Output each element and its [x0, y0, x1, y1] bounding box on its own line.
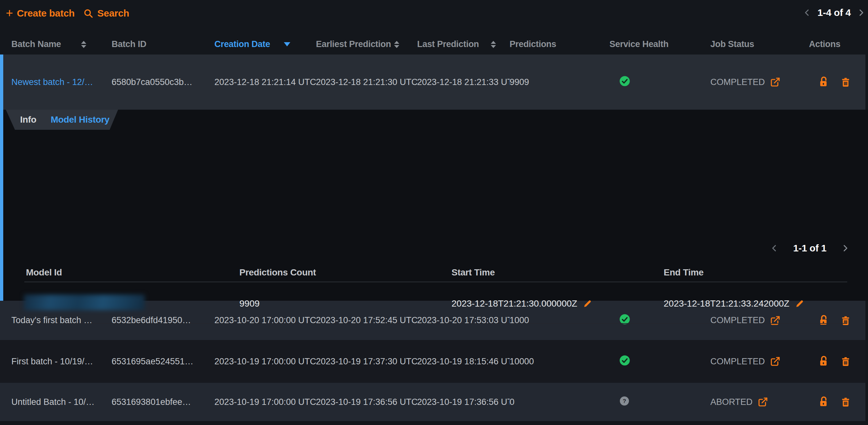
column-header-job-status: Job Status [710, 39, 809, 49]
healthy-check-icon [619, 314, 630, 327]
column-header-actions: Actions [809, 39, 865, 49]
last-prediction-cell: 2023-12-18 21:21:33 UTC [417, 77, 509, 87]
batch-id-cell: 6532be6dfd41950… [112, 315, 214, 325]
start-time-cell: 2023-12-18T21:21:30.000000Z [452, 299, 592, 309]
table-row[interactable]: Untitled Batch - 10/… 6531693801ebfee… 2… [0, 383, 865, 421]
creation-date-cell: 2023-12-18 21:21:14 UTC [214, 77, 316, 87]
selected-row-indicator [0, 55, 3, 301]
start-time-value: 2023-12-18T21:21:30.000000Z [452, 299, 577, 309]
column-header-last-prediction[interactable]: Last Prediction [417, 39, 509, 49]
column-header-earliest-prediction[interactable]: Earliest Prediction [316, 39, 417, 49]
delete-trash-icon[interactable] [840, 315, 851, 326]
earliest-prediction-cell: 2023-12-18 21:21:30 UTC [316, 77, 417, 87]
column-header-batch-name[interactable]: Batch Name [11, 39, 112, 49]
open-job-external-link-icon[interactable] [770, 356, 780, 367]
job-status-label: COMPLETED [710, 77, 765, 87]
predictions-count-header: Predictions Count [239, 267, 316, 278]
table-header: Batch Name Batch ID Creation Date Earlie… [0, 34, 865, 55]
column-header-creation-date[interactable]: Creation Date [214, 39, 316, 49]
actions-cell [809, 315, 865, 326]
next-page-button[interactable] [857, 8, 866, 17]
next-page-button[interactable] [841, 244, 850, 253]
table-row[interactable]: First batch - 10/19/… 6531695ae524551… 2… [0, 340, 865, 383]
column-label: Actions [809, 39, 840, 49]
batch-name-cell[interactable]: First batch - 10/19/… [11, 357, 112, 367]
job-status-cell: COMPLETED [710, 315, 809, 326]
column-label: Service Health [610, 39, 669, 49]
service-health-cell [610, 314, 710, 327]
previous-page-button[interactable] [803, 8, 812, 17]
delete-trash-icon[interactable] [840, 77, 851, 88]
predictions-cell: 10000 [509, 357, 610, 367]
previous-page-button[interactable] [770, 244, 779, 253]
job-status-label: ABORTED [710, 397, 752, 407]
creation-date-cell: 2023-10-19 17:00:00 UTC [214, 357, 316, 367]
service-health-cell [610, 355, 710, 368]
column-header-predictions: Predictions [509, 39, 610, 49]
column-label: Earliest Prediction [316, 39, 391, 49]
job-status-cell: ABORTED [710, 397, 809, 407]
column-header-batch-id: Batch ID [112, 39, 214, 49]
end-time-header: End Time [664, 267, 704, 278]
svg-text:?: ? [623, 398, 626, 404]
earliest-prediction-cell: 2023-10-19 17:36:56 UTC [316, 397, 417, 407]
start-time-header: Start Time [452, 267, 495, 278]
unlock-icon[interactable] [818, 396, 830, 408]
unlock-icon[interactable] [818, 315, 830, 326]
create-batch-button[interactable]: + Create batch [6, 8, 74, 19]
create-batch-label: Create batch [17, 8, 74, 19]
detail-tabs: Info Model History [6, 110, 118, 130]
job-status-cell: COMPLETED [710, 77, 809, 87]
redaction-blur [24, 295, 145, 310]
tab-model-history[interactable]: Model History [51, 115, 109, 125]
last-prediction-cell: 2023-10-20 17:53:03 UTC [417, 315, 509, 325]
delete-trash-icon[interactable] [840, 396, 851, 407]
unlock-icon[interactable] [818, 76, 830, 88]
sort-icon [394, 41, 399, 48]
predictions-count-value: 9909 [239, 299, 259, 309]
sort-icon [491, 41, 496, 48]
batch-name-link[interactable]: Newest batch - 12/… [11, 77, 93, 87]
open-job-external-link-icon[interactable] [770, 315, 780, 326]
divider [24, 323, 847, 324]
batch-id-cell: 6580b7ca0550c3b… [112, 77, 214, 87]
healthy-check-icon [619, 355, 630, 368]
batch-id-cell: 6531695ae524551… [112, 357, 214, 367]
service-health-cell [610, 75, 710, 89]
sort-desc-icon [284, 42, 290, 47]
model-id-link-redacted[interactable] [24, 295, 145, 310]
creation-date-cell: 2023-10-19 17:00:00 UTC [214, 397, 316, 407]
search-button[interactable]: Search [83, 8, 129, 19]
batches-page: + Create batch Search 1-4 of 4 Batch Nam… [0, 0, 868, 425]
edit-end-time-pencil-icon[interactable] [795, 299, 804, 308]
unlock-icon[interactable] [818, 356, 830, 367]
delete-trash-icon[interactable] [840, 356, 851, 367]
table-row[interactable]: Newest batch - 12/… 6580b7ca0550c3b… 202… [0, 55, 865, 110]
job-status-cell: COMPLETED [710, 356, 809, 367]
divider [24, 282, 847, 282]
column-header-service-health: Service Health [610, 39, 710, 49]
batch-name-cell[interactable]: Today's first batch … [11, 315, 112, 325]
open-job-external-link-icon[interactable] [770, 77, 780, 87]
open-job-external-link-icon[interactable] [758, 397, 768, 407]
healthy-check-icon [619, 75, 630, 89]
pagination-range: 1-1 of 1 [793, 243, 827, 254]
batch-name-cell[interactable]: Untitled Batch - 10/… [11, 397, 112, 407]
actions-cell [809, 396, 865, 408]
column-label: Predictions [509, 39, 556, 49]
earliest-prediction-cell: 2023-10-20 17:52:45 UTC [316, 315, 417, 325]
toolbar: + Create batch Search [6, 8, 129, 19]
column-label: Creation Date [214, 39, 270, 49]
end-time-value: 2023-12-18T21:21:33.242000Z [664, 299, 789, 309]
model-id-header: Model Id [26, 267, 62, 278]
models-pagination: 1-1 of 1 [770, 243, 850, 254]
column-label: Job Status [710, 39, 754, 49]
search-icon [83, 8, 93, 19]
job-status-label: COMPLETED [710, 357, 765, 367]
tab-info[interactable]: Info [20, 115, 36, 125]
end-time-cell: 2023-12-18T21:21:33.242000Z [664, 299, 804, 309]
batch-id-cell: 6531693801ebfee… [112, 397, 214, 407]
edit-start-time-pencil-icon[interactable] [583, 299, 592, 308]
creation-date-cell: 2023-10-20 17:00:00 UTC [214, 315, 316, 325]
plus-icon: + [6, 8, 13, 18]
